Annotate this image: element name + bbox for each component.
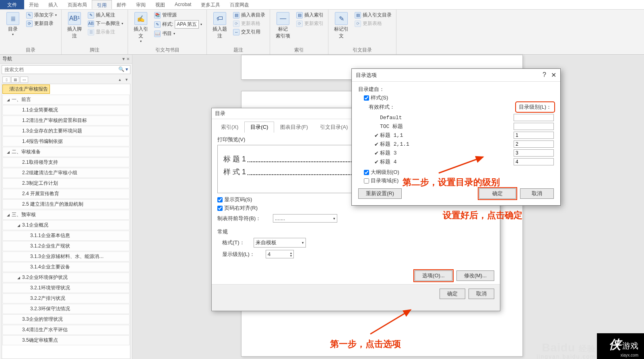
tree-node[interactable]: ◢3.2企业环境保护状况	[2, 272, 130, 283]
nav-dropdown-icon[interactable]: ▼	[122, 57, 126, 61]
dlg-tab-authorities[interactable]: 引文目录(A)	[314, 122, 354, 133]
tree-node[interactable]: 2.5 建立清洁生产的激励机制	[2, 199, 130, 209]
tree-node[interactable]: 3.1.3企业原辅材料、水、能源消…	[2, 252, 130, 262]
style-selector[interactable]: ✎样式: APA 第五 ▾	[153, 20, 203, 29]
toc-ok-button[interactable]: 确定	[440, 289, 465, 299]
nav-down-icon[interactable]: ▼	[124, 78, 130, 82]
show-notes-button[interactable]: ☰显示备注	[87, 28, 124, 36]
search-icon[interactable]: 🔍 ▾	[118, 66, 128, 72]
tree-node[interactable]: 3.1.4企业主要设备	[2, 262, 130, 272]
opt-cancel-button[interactable]: 取消	[520, 188, 554, 199]
toc-options-dialog: 目录选项 ?✕ 目录建自： 样式(S) 有效样式： 目录级别(L)： Defau…	[351, 68, 561, 206]
toc-cancel-button[interactable]: 取消	[469, 289, 494, 299]
cross-reference-button[interactable]: ↔交叉引用	[232, 28, 266, 36]
insert-table-figures-button[interactable]: ▤插入表目录	[232, 11, 266, 19]
mark-citation-button[interactable]: ✎标记引文	[332, 11, 351, 40]
next-footnote-button[interactable]: AB下一条脚注 ▾	[87, 20, 124, 27]
group-index-label: 索引	[273, 46, 325, 54]
insert-endnote-button[interactable]: ✎插入尾注	[87, 11, 124, 19]
tree-node[interactable]: 1.4报告书编制依据	[2, 136, 130, 146]
level-input[interactable]	[514, 123, 554, 130]
tree-node[interactable]: 3.2.3环保守法情况	[2, 304, 130, 314]
tree-node[interactable]: 清洁生产审核报告	[2, 85, 50, 94]
update-citation-table-button[interactable]: ⟳更新表格	[353, 20, 393, 27]
tree-node[interactable]: 1.2清洁生产审核的背景和目标	[2, 116, 130, 126]
tree-node[interactable]: 3.5确定审核重点	[2, 335, 130, 345]
tab-home[interactable]: 开始	[24, 0, 43, 9]
reset-button[interactable]: 重新设置(R)	[358, 188, 402, 199]
opt-ok-button[interactable]: 确定	[479, 188, 516, 199]
insert-index-button[interactable]: ▤插入索引	[295, 11, 325, 19]
dlg-tab-figures[interactable]: 图表目录(F)	[274, 122, 314, 133]
tree-node[interactable]: 2.1取得领导支持	[2, 157, 130, 167]
insert-citation-button[interactable]: ✍插入引文▾	[131, 11, 151, 44]
view-pages-icon[interactable]: ▦	[11, 76, 19, 83]
levels-spinner[interactable]: 4▴▾	[266, 250, 294, 258]
search-input[interactable]	[2, 65, 130, 74]
format-select[interactable]: 来自模板▾	[254, 238, 306, 248]
tab-file[interactable]: 文件	[0, 0, 24, 9]
tab-mail[interactable]: 邮件	[112, 0, 131, 9]
view-headings-icon[interactable]: ▯	[2, 76, 10, 83]
dlg-tab-toc[interactable]: 目录(C)	[244, 122, 274, 133]
tab-view[interactable]: 视图	[151, 0, 170, 9]
tree-node[interactable]: 1.3企业存在的主要环境问题	[2, 126, 130, 136]
update-index-button[interactable]: ⟳更新索引	[295, 20, 325, 27]
insert-citation-toc-button[interactable]: ▤插入引文目录	[353, 11, 393, 19]
add-text-button[interactable]: ✎添加文字 ▾	[25, 11, 58, 19]
level-input[interactable]	[514, 158, 554, 165]
tab-insert[interactable]: 插入	[43, 0, 63, 9]
menu-tabs: 文件 开始 插入 页面布局 引用 邮件 审阅 视图 Acrobat 更多工具 百…	[0, 0, 644, 10]
tab-references[interactable]: 引用	[92, 0, 112, 9]
nav-up-icon[interactable]: ▲	[117, 78, 123, 82]
level-input[interactable]	[514, 140, 554, 148]
manage-sources-button[interactable]: 📚管理源	[153, 11, 203, 19]
mark-index-button[interactable]: —标记 索引项	[273, 11, 293, 40]
level-input[interactable]	[514, 149, 554, 157]
help-icon[interactable]: ?	[543, 71, 546, 79]
tree-node[interactable]: ◢二、审核准备	[2, 147, 130, 157]
group-captions-label: 题注	[210, 46, 266, 54]
modify-button[interactable]: 修改(M)...	[456, 270, 494, 281]
tree-node[interactable]: 3.4清洁生产水平评估	[2, 325, 130, 335]
tree-node[interactable]: 2.2组建清洁生产审核小组	[2, 168, 130, 178]
close-icon[interactable]: ✕	[551, 71, 556, 79]
styles-checkbox[interactable]	[364, 95, 369, 101]
tree-node[interactable]: ◢一、前言	[2, 95, 130, 105]
tree-node[interactable]: 2.3制定工作计划	[2, 178, 130, 188]
outline-levels-checkbox[interactable]	[364, 170, 369, 175]
tree-node[interactable]: 1.1企业简要概况	[2, 105, 130, 115]
right-align-checkbox[interactable]	[217, 206, 223, 211]
insert-footnote-button[interactable]: AB¹插入脚注	[65, 11, 84, 40]
leader-select[interactable]: .......▾	[273, 214, 337, 223]
update-table-button[interactable]: ⟳更新表格	[232, 20, 266, 27]
bibliography-button[interactable]: 📖书目 ▾	[153, 30, 203, 37]
tab-review[interactable]: 审阅	[131, 0, 151, 9]
tree-node[interactable]: ◢三、预审核	[2, 210, 130, 220]
tree-node[interactable]: 3.3企业的管理状况	[2, 314, 130, 324]
heading-tree[interactable]: 清洁生产审核报告◢一、前言1.1企业简要概况1.2清洁生产审核的背景和目标1.3…	[2, 84, 130, 359]
options-button[interactable]: 选项(O)...	[415, 270, 452, 281]
build-from-label: 目录建自：	[358, 86, 554, 93]
toc-button[interactable]: ≣目录▾	[3, 11, 23, 37]
toc-fields-checkbox[interactable]	[364, 178, 369, 184]
tree-node[interactable]: 3.2.2产排污状况	[2, 293, 130, 303]
show-page-numbers-checkbox[interactable]	[217, 197, 223, 202]
tab-layout[interactable]: 页面布局	[63, 0, 92, 9]
tree-node[interactable]: 2.4 开展宣传教育	[2, 189, 130, 199]
dlg-tab-index[interactable]: 索引(X)	[215, 122, 244, 133]
update-toc-button[interactable]: ⟳更新目录	[25, 20, 58, 27]
tree-node[interactable]: 3.1.2企业生产现状	[2, 241, 130, 251]
tree-node[interactable]: ◢3.1企业概况	[2, 220, 130, 230]
level-input[interactable]	[514, 132, 554, 139]
tab-acrobat[interactable]: Acrobat	[170, 0, 196, 9]
view-results-icon[interactable]: ▭	[20, 76, 28, 83]
level-input[interactable]	[514, 114, 554, 121]
tab-baidu[interactable]: 百度网盘	[225, 0, 254, 9]
tree-node[interactable]: 3.2.1环境管理状况	[2, 283, 130, 293]
nav-close-icon[interactable]: ✕	[126, 57, 130, 61]
tab-more[interactable]: 更多工具	[196, 0, 225, 9]
insert-caption-button[interactable]: 🏷插入题注	[210, 11, 229, 40]
tree-node[interactable]: 3.1.1企业基本信息	[2, 231, 130, 241]
watermark-corner: 侠 游戏 xiayx.com	[597, 333, 644, 359]
